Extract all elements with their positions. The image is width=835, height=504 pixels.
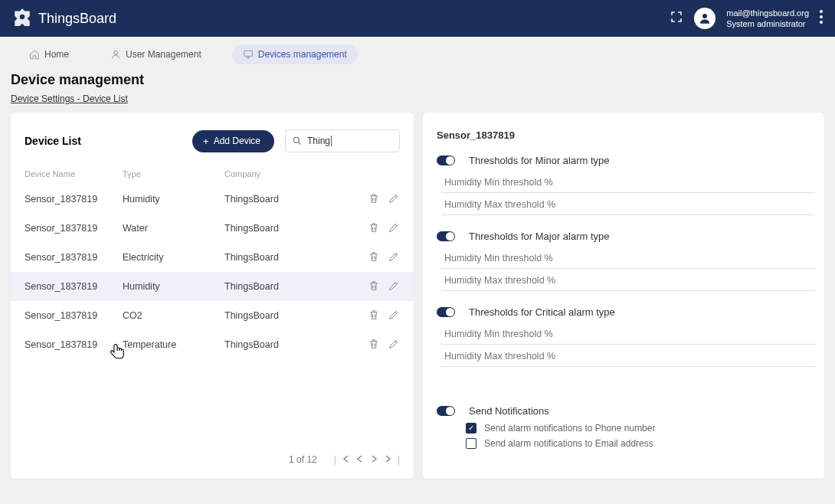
svg-point-5 xyxy=(114,51,118,54)
cell-type: CO2 xyxy=(123,310,224,321)
table-header: Device Name Type Company xyxy=(25,163,400,185)
edit-icon[interactable] xyxy=(388,338,400,352)
device-list-title: Device List xyxy=(25,135,81,147)
brand-text: ThingsBoard xyxy=(38,11,116,27)
trash-icon[interactable] xyxy=(368,192,380,207)
send-notifications-toggle[interactable] xyxy=(437,406,455,416)
page-title: Device management xyxy=(11,72,824,88)
svg-point-4 xyxy=(820,21,823,24)
svg-rect-6 xyxy=(244,51,252,56)
cell-name: Sensor_1837819 xyxy=(25,252,123,263)
pagination-text: 1 of 12 xyxy=(289,454,317,465)
trash-icon[interactable] xyxy=(368,338,380,352)
trash-icon[interactable] xyxy=(368,221,380,236)
svg-point-2 xyxy=(820,10,823,13)
svg-point-3 xyxy=(820,15,823,18)
edit-icon[interactable] xyxy=(388,309,400,323)
threshold-toggle[interactable] xyxy=(437,231,455,241)
cell-type: Electricity xyxy=(123,252,224,263)
cell-company: ThingsBoard xyxy=(224,223,354,234)
tab-devices-management[interactable]: Devices management xyxy=(232,44,358,64)
add-device-button[interactable]: + Add Device xyxy=(192,130,274,152)
threshold-max-input[interactable] xyxy=(441,346,815,367)
cell-type: Water xyxy=(123,223,224,234)
cell-type: Humidity xyxy=(123,281,224,292)
trash-icon[interactable] xyxy=(368,250,380,265)
edit-icon[interactable] xyxy=(388,192,400,207)
threshold-min-input[interactable] xyxy=(441,324,815,345)
user-info: mail@thingsboard.org System administrato… xyxy=(726,8,809,30)
fullscreen-icon[interactable] xyxy=(670,10,683,27)
send-notifications-label: Send Notifications xyxy=(469,405,549,417)
page-next-icon[interactable] xyxy=(370,454,378,465)
cell-company: ThingsBoard xyxy=(224,339,354,350)
avatar[interactable] xyxy=(694,8,715,29)
threshold-min-input[interactable] xyxy=(441,248,815,269)
search-input[interactable]: Thing xyxy=(285,129,400,152)
trash-icon[interactable] xyxy=(368,309,380,323)
threshold-label: Thresholds for Minor alarm type xyxy=(469,155,610,166)
table-row[interactable]: Sensor_1837819TemperatureThingsBoard xyxy=(25,330,400,359)
cell-company: ThingsBoard xyxy=(224,194,354,205)
user-icon xyxy=(110,49,121,60)
cell-name: Sensor_1837819 xyxy=(25,339,123,350)
threshold-toggle[interactable] xyxy=(437,155,455,165)
threshold-min-input[interactable] xyxy=(441,172,815,193)
search-text: Thing xyxy=(307,136,332,147)
cell-name: Sensor_1837819 xyxy=(25,281,123,292)
brand: ThingsBoard xyxy=(12,7,116,31)
table-row[interactable]: Sensor_1837819ElectricityThingsBoard xyxy=(25,243,400,272)
table-row[interactable]: Sensor_1837819HumidityThingsBoard xyxy=(25,185,400,214)
threshold-max-input[interactable] xyxy=(441,195,815,215)
svg-point-7 xyxy=(293,137,299,142)
threshold-toggle[interactable] xyxy=(437,307,455,317)
table-row[interactable]: Sensor_1837819WaterThingsBoard xyxy=(25,214,400,243)
threshold-label: Thresholds for Major alarm type xyxy=(469,231,610,242)
cell-type: Temperature xyxy=(123,339,224,350)
monitor-icon xyxy=(243,49,254,60)
page-first-icon[interactable] xyxy=(342,454,350,465)
brand-icon xyxy=(12,7,32,31)
edit-icon[interactable] xyxy=(388,280,400,294)
cell-name: Sensor_1837819 xyxy=(25,223,123,234)
edit-icon[interactable] xyxy=(388,250,400,265)
edit-icon[interactable] xyxy=(388,221,400,236)
cell-company: ThingsBoard xyxy=(224,252,354,263)
user-email: mail@thingsboard.org xyxy=(726,8,809,18)
more-icon[interactable] xyxy=(820,10,823,27)
trash-icon[interactable] xyxy=(368,280,380,294)
table-row[interactable]: Sensor_1837819HumidityThingsBoard xyxy=(11,272,414,301)
breadcrumb[interactable]: Device Settings - Device List xyxy=(11,93,128,104)
cell-company: ThingsBoard xyxy=(224,310,354,321)
cell-name: Sensor_1837819 xyxy=(25,194,123,205)
cell-company: ThingsBoard xyxy=(224,281,354,292)
plus-icon: + xyxy=(203,136,209,147)
tab-user-management[interactable]: User Management xyxy=(100,44,212,64)
threshold-max-input[interactable] xyxy=(441,270,815,291)
svg-point-0 xyxy=(20,14,25,19)
notif-email-checkbox[interactable] xyxy=(466,438,476,449)
tab-home[interactable]: Home xyxy=(18,44,80,64)
sensor-title: Sensor_1837819 xyxy=(437,129,810,141)
table-row[interactable]: Sensor_1837819CO2ThingsBoard xyxy=(25,301,400,330)
threshold-label: Thresholds for Critical alarm type xyxy=(469,306,615,318)
page-last-icon[interactable] xyxy=(384,454,391,465)
notif-phone-checkbox[interactable] xyxy=(466,423,476,434)
page-prev-icon[interactable] xyxy=(356,454,364,465)
user-role: System administrator xyxy=(726,18,809,29)
cell-name: Sensor_1837819 xyxy=(25,310,123,321)
home-icon xyxy=(29,49,40,60)
cell-type: Humidity xyxy=(123,194,224,205)
svg-point-1 xyxy=(702,14,707,18)
search-icon xyxy=(292,136,303,146)
